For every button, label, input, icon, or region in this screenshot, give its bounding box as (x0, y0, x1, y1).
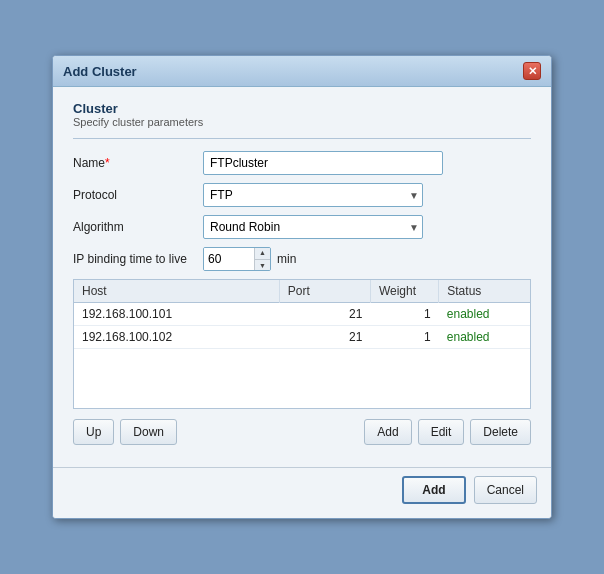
name-input[interactable] (203, 151, 443, 175)
cell-host: 192.168.100.101 (74, 303, 279, 326)
dialog-footer: Add Cancel (53, 467, 551, 518)
ttl-input-wrap: ▲ ▼ (203, 247, 271, 271)
protocol-label: Protocol (73, 188, 203, 202)
name-label: Name* (73, 156, 203, 170)
name-row: Name* (73, 151, 531, 175)
algorithm-select[interactable]: Round Robin Least Connections Random (203, 215, 423, 239)
algorithm-select-wrapper: Round Robin Least Connections Random ▼ (203, 215, 423, 239)
close-button[interactable]: ✕ (523, 62, 541, 80)
move-buttons-group: Up Down (73, 419, 177, 445)
cell-weight: 1 (370, 326, 438, 349)
ttl-label: IP binding time to live (73, 252, 203, 266)
algorithm-label: Algorithm (73, 220, 203, 234)
divider (73, 138, 531, 139)
col-header-status: Status (439, 280, 530, 303)
required-star: * (105, 156, 110, 170)
table-row[interactable]: 192.168.100.101 21 1 enabled (74, 303, 530, 326)
dialog-titlebar: Add Cluster ✕ (53, 56, 551, 87)
dialog-body: Cluster Specify cluster parameters Name*… (53, 87, 551, 467)
crud-buttons-group: Add Edit Delete (364, 419, 531, 445)
ttl-unit-label: min (277, 252, 296, 266)
cell-status: enabled (439, 303, 530, 326)
cell-port: 21 (279, 303, 370, 326)
cell-status: enabled (439, 326, 530, 349)
add-row-button[interactable]: Add (364, 419, 411, 445)
hosts-table: Host Port Weight Status 192.168.100.101 … (74, 280, 530, 349)
ttl-input-group: ▲ ▼ min (203, 247, 296, 271)
cell-host: 192.168.100.102 (74, 326, 279, 349)
cell-port: 21 (279, 326, 370, 349)
protocol-select-wrapper: FTP HTTP HTTPS SMTP ▼ (203, 183, 423, 207)
col-header-port: Port (279, 280, 370, 303)
ttl-decrement-button[interactable]: ▼ (255, 259, 270, 272)
dialog-title: Add Cluster (63, 64, 137, 79)
cell-weight: 1 (370, 303, 438, 326)
table-header-row: Host Port Weight Status (74, 280, 530, 303)
ttl-spinners: ▲ ▼ (254, 247, 270, 271)
table-body: 192.168.100.101 21 1 enabled 192.168.100… (74, 303, 530, 349)
section-subtitle: Specify cluster parameters (73, 116, 531, 128)
up-button[interactable]: Up (73, 419, 114, 445)
add-cluster-dialog: Add Cluster ✕ Cluster Specify cluster pa… (52, 55, 552, 519)
ttl-input[interactable] (204, 248, 254, 270)
row-action-buttons: Up Down Add Edit Delete (73, 419, 531, 445)
down-button[interactable]: Down (120, 419, 177, 445)
section-header: Cluster Specify cluster parameters (73, 101, 531, 128)
section-title: Cluster (73, 101, 531, 116)
col-header-weight: Weight (370, 280, 438, 303)
protocol-select[interactable]: FTP HTTP HTTPS SMTP (203, 183, 423, 207)
edit-button[interactable]: Edit (418, 419, 465, 445)
delete-button[interactable]: Delete (470, 419, 531, 445)
ttl-increment-button[interactable]: ▲ (255, 247, 270, 259)
add-button[interactable]: Add (402, 476, 465, 504)
protocol-row: Protocol FTP HTTP HTTPS SMTP ▼ (73, 183, 531, 207)
ttl-row: IP binding time to live ▲ ▼ min (73, 247, 531, 271)
cancel-button[interactable]: Cancel (474, 476, 537, 504)
hosts-table-container: Host Port Weight Status 192.168.100.101 … (73, 279, 531, 409)
table-row[interactable]: 192.168.100.102 21 1 enabled (74, 326, 530, 349)
algorithm-row: Algorithm Round Robin Least Connections … (73, 215, 531, 239)
col-header-host: Host (74, 280, 279, 303)
